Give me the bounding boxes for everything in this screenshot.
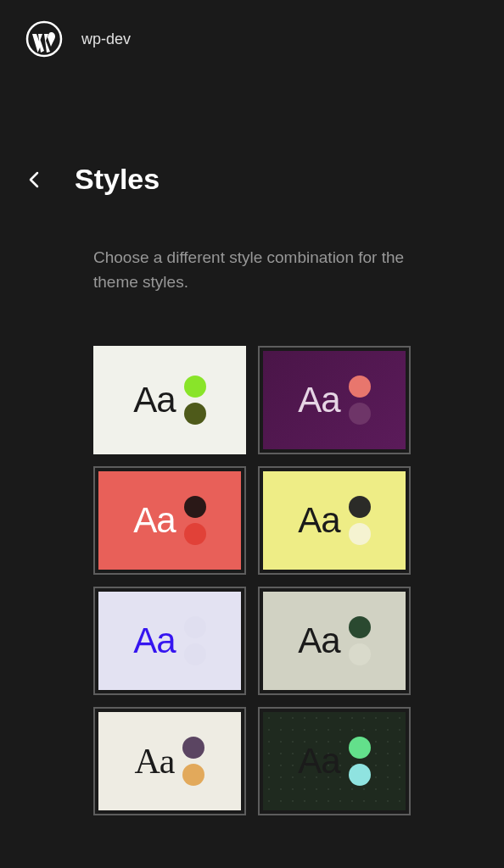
color-swatch-primary bbox=[349, 737, 371, 759]
style-red[interactable]: Aa bbox=[93, 466, 246, 575]
style-dark-dotted[interactable]: Aa bbox=[258, 707, 411, 815]
style-preview-text: Aa bbox=[298, 500, 339, 541]
color-swatches bbox=[349, 737, 371, 786]
color-swatch-primary bbox=[184, 616, 206, 638]
color-swatches bbox=[182, 737, 204, 786]
header: wp-dev bbox=[0, 0, 504, 78]
style-purple[interactable]: Aa bbox=[258, 346, 411, 454]
style-yellow[interactable]: Aa bbox=[258, 466, 411, 575]
color-swatch-primary bbox=[349, 496, 371, 518]
style-cream-serif[interactable]: Aa bbox=[93, 707, 246, 815]
wordpress-logo-icon[interactable] bbox=[25, 20, 63, 58]
title-row: Styles bbox=[0, 163, 504, 196]
style-preview-text: Aa bbox=[298, 620, 339, 661]
style-lavender[interactable]: Aa bbox=[93, 587, 246, 695]
color-swatches bbox=[349, 616, 371, 665]
style-preview-text: Aa bbox=[133, 500, 175, 541]
style-sage[interactable]: Aa bbox=[258, 587, 411, 695]
page-title: Styles bbox=[75, 163, 160, 196]
page-description: Choose a different style combination for… bbox=[0, 245, 504, 295]
color-swatch-primary bbox=[349, 616, 371, 638]
style-preview-text: Aa bbox=[133, 380, 175, 420]
color-swatch-secondary bbox=[349, 523, 371, 545]
chevron-left-icon bbox=[28, 170, 40, 189]
style-preview-text: Aa bbox=[298, 741, 339, 782]
style-preview-text: Aa bbox=[135, 741, 175, 782]
color-swatch-secondary bbox=[349, 764, 371, 786]
style-preview-text: Aa bbox=[133, 620, 175, 661]
color-swatch-secondary bbox=[349, 643, 371, 665]
color-swatch-primary bbox=[184, 376, 206, 398]
color-swatch-secondary bbox=[184, 403, 206, 425]
style-light-green[interactable]: Aa bbox=[93, 346, 246, 454]
color-swatches bbox=[184, 616, 206, 665]
color-swatch-primary bbox=[184, 496, 206, 518]
color-swatch-primary bbox=[182, 737, 204, 759]
back-button[interactable] bbox=[25, 171, 42, 188]
color-swatch-primary bbox=[349, 376, 371, 398]
site-name-label: wp-dev bbox=[81, 31, 131, 48]
color-swatch-secondary bbox=[184, 643, 206, 665]
color-swatches bbox=[349, 376, 371, 425]
color-swatches bbox=[349, 496, 371, 545]
style-grid: AaAaAaAaAaAaAaAa bbox=[0, 346, 504, 815]
color-swatches bbox=[184, 376, 206, 425]
color-swatches bbox=[184, 496, 206, 545]
color-swatch-secondary bbox=[184, 523, 206, 545]
style-preview-text: Aa bbox=[298, 380, 339, 420]
color-swatch-secondary bbox=[182, 764, 204, 786]
color-swatch-secondary bbox=[349, 403, 371, 425]
